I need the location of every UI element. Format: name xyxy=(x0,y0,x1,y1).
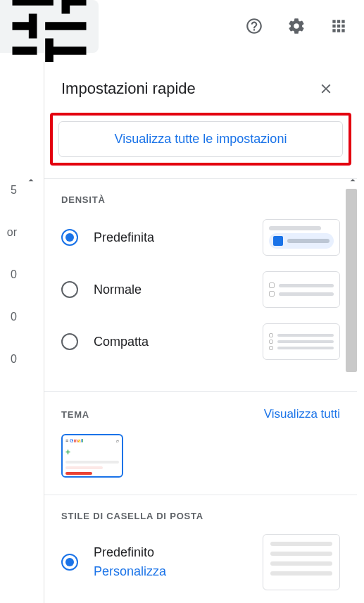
theme-thumbnail-selected[interactable]: ≡ Gmail ⌕ + xyxy=(61,434,123,478)
density-option-default[interactable]: Predefinita xyxy=(61,218,340,257)
section-title: DENSITÀ xyxy=(61,194,106,205)
chevron-up-icon xyxy=(347,175,358,186)
customize-link[interactable]: Personalizza xyxy=(94,564,166,579)
apps-icon xyxy=(330,17,348,35)
section-title: STILE DI CASELLA DI POSTA xyxy=(61,511,203,521)
option-label: Predefinito xyxy=(94,545,166,560)
help-icon xyxy=(245,17,263,35)
option-label: Normale xyxy=(94,282,142,297)
quick-settings-panel: Impostazioni rapide Visualizza tutte le … xyxy=(44,62,357,603)
theme-section: TEMA Visualizza tutti ≡ Gmail ⌕ + xyxy=(44,391,357,495)
highlight-box: Visualizza tutte le impostazioni xyxy=(50,113,351,166)
close-icon xyxy=(318,81,334,97)
density-preview-normal xyxy=(263,271,340,308)
left-number: 0 xyxy=(0,296,20,338)
inbox-style-section: STILE DI CASELLA DI POSTA Predefinito Pe… xyxy=(44,495,357,603)
scrollbar-thumb[interactable] xyxy=(346,189,357,372)
close-button[interactable] xyxy=(312,75,340,103)
radio-selected[interactable] xyxy=(61,554,78,571)
panel-title: Impostazioni rapide xyxy=(61,80,196,98)
gear-icon xyxy=(287,17,306,35)
option-label: Compatta xyxy=(94,335,149,349)
radio-unselected[interactable] xyxy=(61,333,78,350)
tune-button[interactable] xyxy=(0,0,99,53)
option-label: Predefinita xyxy=(94,230,154,245)
panel-scroll-up[interactable] xyxy=(347,175,358,189)
left-number: or xyxy=(0,211,20,254)
left-numbers-column: 5 or 0 0 0 xyxy=(0,169,20,380)
radio-selected[interactable] xyxy=(61,229,78,246)
left-scroll-up[interactable] xyxy=(25,175,37,189)
inbox-style-option-default[interactable]: Predefinito Personalizza xyxy=(61,534,340,590)
inbox-preview-default xyxy=(263,534,340,590)
density-preview-compact xyxy=(263,323,340,360)
left-number: 5 xyxy=(0,169,20,211)
theme-view-all-link[interactable]: Visualizza tutti xyxy=(264,407,340,421)
apps-button[interactable] xyxy=(325,12,353,40)
density-preview-default xyxy=(263,219,340,256)
settings-button[interactable] xyxy=(282,12,310,40)
chevron-up-icon xyxy=(25,175,37,186)
section-title: TEMA xyxy=(61,409,89,420)
left-number: 0 xyxy=(0,254,20,296)
left-number: 0 xyxy=(0,338,20,380)
density-section: DENSITÀ Predefinita Normale xyxy=(44,178,357,391)
radio-unselected[interactable] xyxy=(61,281,78,298)
density-option-normal[interactable]: Normale xyxy=(61,270,340,309)
view-all-settings-button[interactable]: Visualizza tutte le impostazioni xyxy=(58,121,343,157)
help-button[interactable] xyxy=(240,12,268,40)
density-option-compact[interactable]: Compatta xyxy=(61,322,340,361)
